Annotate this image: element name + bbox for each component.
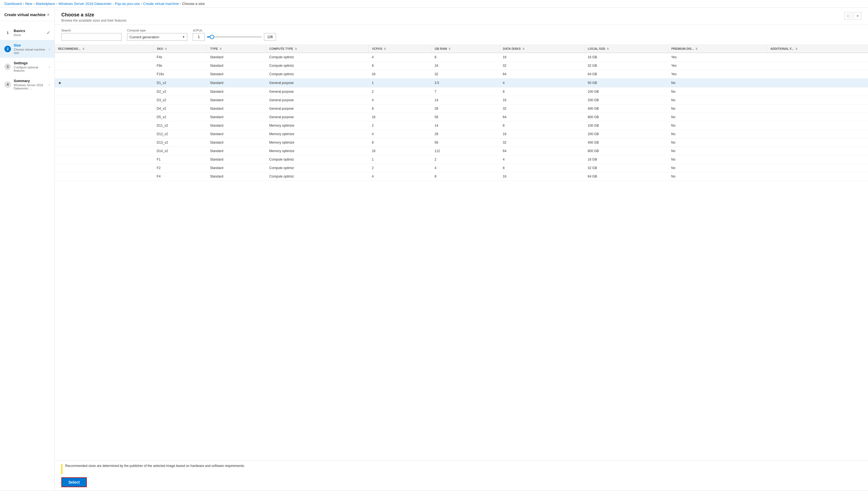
col-header-gb-ram[interactable]: GB RAM ⇅ [431,45,499,53]
sidebar-close-button[interactable]: × [47,12,50,18]
table-cell-vcpus: 16 [369,70,431,79]
breadcrumb-marketplace[interactable]: Marketplace [35,2,55,6]
table-row[interactable]: D11_v2StandardMemory optimize2148100 GBN… [55,121,868,130]
breadcrumb-create-vm[interactable]: Create virtual machine [143,2,179,6]
breadcrumb-new[interactable]: New [25,2,32,6]
table-row[interactable]: D4_v2StandardGeneral purpose82832400 GBN… [55,105,868,113]
table-cell-additional_f [767,88,868,96]
table-cell-gb_ram: 8 [431,53,499,62]
table-cell-premium_dis: Yes [668,62,767,70]
col-header-compute-type[interactable]: COMPUTE TYPE ⇅ [266,45,369,53]
step-title-summary: Summary [14,79,48,83]
vcpu-slider[interactable] [207,36,262,37]
table-cell-type: Standard [207,105,266,113]
table-cell-additional_f [767,70,868,79]
filters-row: Search Compute type All Current generati… [55,25,868,45]
table-cell-gb_ram: 8 [431,172,499,181]
col-header-local-ssd[interactable]: LOCAL SSD ⇅ [584,45,668,53]
size-table: RECOMMEND... ⇅ SKU ⇅ TYPE ⇅ COMPUTE TYPE… [55,45,868,181]
col-header-vcpus[interactable]: VCPUS ⇅ [369,45,431,53]
table-row[interactable]: D2_v2StandardGeneral purpose278100 GBNo [55,88,868,96]
table-row[interactable]: F4StandardCompute optimiz481664 GBNo [55,172,868,181]
step-item-size[interactable]: 2 Size Choose virtual machine size › [0,40,54,58]
table-cell-additional_f [767,113,868,121]
vcpu-max-input[interactable] [264,33,276,41]
table-row[interactable]: D12_v2StandardMemory optimize42816200 GB… [55,130,868,138]
table-row[interactable]: F4sStandardCompute optimiz481616 GBYes [55,53,868,62]
panel-minimize-button[interactable]: □ [844,12,852,20]
table-cell-additional_f [767,130,868,138]
vcpu-min-input[interactable] [193,33,205,41]
table-row[interactable]: F8sStandardCompute optimiz8163232 GBYes [55,62,868,70]
breadcrumb: Dashboard › New › Marketplace › Windows … [0,0,868,8]
col-header-recommended[interactable]: RECOMMEND... ⇅ [55,45,153,53]
table-cell-type: Standard [207,121,266,130]
table-cell-recommended [55,172,153,181]
table-cell-vcpus: 1 [369,155,431,164]
table-row[interactable]: ★D1_v2StandardGeneral purpose13.5450 GBN… [55,79,868,88]
table-row[interactable]: D14_v2StandardMemory optimize1611264800 … [55,147,868,155]
table-cell-compute_type: General purpose [266,113,369,121]
breadcrumb-sep-4: › [141,2,142,6]
table-cell-local_ssd: 100 GB [584,88,668,96]
step-number-4: 4 [4,81,11,88]
table-cell-recommended [55,155,153,164]
table-cell-compute_type: Compute optimiz [266,155,369,164]
step-number-1: 1 [4,30,11,36]
table-cell-local_ssd: 200 GB [584,130,668,138]
table-cell-additional_f [767,172,868,181]
table-cell-data_disks: 64 [499,70,584,79]
breadcrumb-dashboard[interactable]: Dashboard [4,2,22,6]
step-content-3: Settings Configure optional features [14,61,48,72]
table-cell-compute_type: Compute optimiz [266,62,369,70]
table-cell-data_disks: 64 [499,147,584,155]
table-cell-type: Standard [207,155,266,164]
table-cell-premium_dis: No [668,79,767,88]
table-cell-type: Standard [207,70,266,79]
step-item-settings[interactable]: 3 Settings Configure optional features › [0,58,54,76]
table-cell-additional_f [767,138,868,147]
table-row[interactable]: F16sStandardCompute optimiz16326464 GBYe… [55,70,868,79]
table-cell-type: Standard [207,147,266,155]
table-cell-local_ssd: 64 GB [584,70,668,79]
step-title-basics: Basics [14,29,46,33]
table-cell-gb_ram: 32 [431,70,499,79]
search-input[interactable] [61,33,121,41]
col-header-additional-f[interactable]: ADDITIONAL F... ⇅ [767,45,868,53]
table-cell-recommended [55,113,153,121]
step-item-summary[interactable]: 4 Summary Windows Server 2016 Datacenter… [0,76,54,93]
breadcrumb-sep-3: › [56,2,57,6]
table-cell-compute_type: Memory optimize [266,138,369,147]
table-row[interactable]: D5_v2StandardGeneral purpose165664800 GB… [55,113,868,121]
step-item-basics[interactable]: 1 Basics Done ✓ [0,25,54,40]
table-cell-vcpus: 4 [369,53,431,62]
table-cell-vcpus: 8 [369,105,431,113]
sidebar: Create virtual machine × 1 Basics Done ✓… [0,8,55,490]
table-cell-local_ssd: 800 GB [584,147,668,155]
table-cell-local_ssd: 200 GB [584,96,668,105]
breadcrumb-product[interactable]: Windows Server 2016 Datacenter - Pay-as-… [58,2,140,6]
col-header-premium-dis[interactable]: PREMIUM DIS... ⇅ [668,45,767,53]
col-header-sku[interactable]: SKU ⇅ [153,45,207,53]
table-cell-premium_dis: No [668,105,767,113]
table-cell-gb_ram: 14 [431,121,499,130]
panel-close-button[interactable]: × [854,12,862,20]
table-row[interactable]: F2StandardCompute optimiz24832 GBNo [55,164,868,172]
compute-type-select[interactable]: All Current generation Previous generati… [127,33,187,41]
panel-title: Choose a size [61,12,127,18]
panel-subtitle: Browse the available sizes and their fea… [61,19,127,23]
table-cell-recommended [55,70,153,79]
step-arrow-settings: › [49,64,50,69]
table-row[interactable]: D3_v2StandardGeneral purpose41416200 GBN… [55,96,868,105]
table-row[interactable]: D13_v2StandardMemory optimize85632400 GB… [55,138,868,147]
table-cell-data_disks: 16 [499,172,584,181]
table-cell-vcpus: 4 [369,130,431,138]
table-row[interactable]: F1StandardCompute optimiz12416 GBNo [55,155,868,164]
breadcrumb-sep-1: › [23,2,24,6]
col-header-data-disks[interactable]: DATA DISKS ⇅ [499,45,584,53]
select-button[interactable]: Select [61,477,87,487]
col-header-type[interactable]: TYPE ⇅ [207,45,266,53]
table-cell-vcpus: 8 [369,138,431,147]
sidebar-title: Create virtual machine [4,12,46,17]
step-subtitle-settings: Configure optional features [14,66,48,72]
